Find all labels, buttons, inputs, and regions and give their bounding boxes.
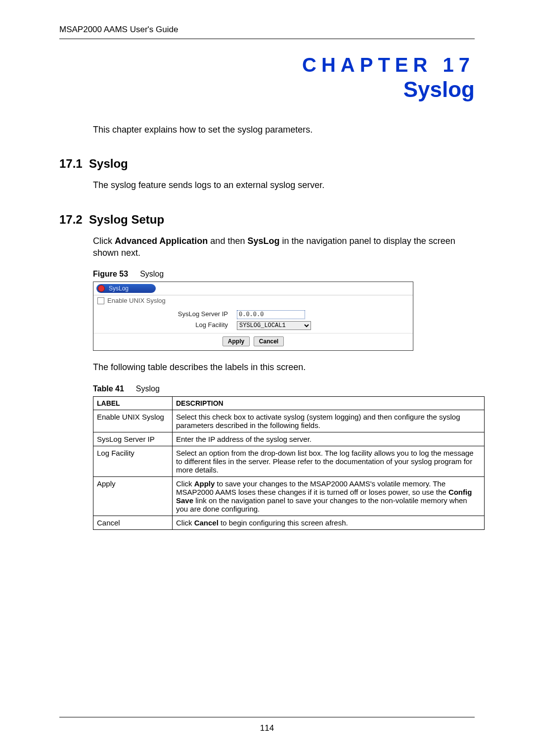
chapter-intro: This chapter explains how to set the sys…: [93, 125, 475, 135]
table-row: Log Facility Select an option from the d…: [93, 446, 485, 476]
table-cell-desc: Enter the IP address of the syslog serve…: [173, 432, 485, 446]
table-cell-label: SysLog Server IP: [93, 432, 173, 446]
table-cell-desc: Click Cancel to begin configuring this s…: [173, 516, 485, 529]
table-cell-label: Log Facility: [93, 446, 173, 476]
panel-title: SysLog: [109, 285, 129, 292]
enable-unix-syslog-label: Enable UNIX Syslog: [107, 297, 166, 304]
table-cell-label: Enable UNIX Syslog: [93, 410, 173, 432]
chapter-title: Syslog: [59, 77, 475, 102]
section-title: Syslog Setup: [89, 213, 164, 226]
table-header-row: LABEL DESCRIPTION: [93, 396, 485, 410]
table-cell-label: Cancel: [93, 516, 173, 529]
enable-unix-syslog-checkbox[interactable]: [97, 297, 104, 304]
table-cell-label: Apply: [93, 476, 173, 516]
pill-dot-icon: [98, 285, 105, 292]
syslog-server-ip-label: SysLog Server IP: [98, 310, 237, 319]
table-cell-desc: Select this check box to activate syslog…: [173, 410, 485, 432]
panel-pill: SysLog: [96, 284, 156, 293]
table-cell-desc: Click Apply to save your changes to the …: [173, 476, 485, 516]
running-header: MSAP2000 AAMS User's Guide: [59, 25, 475, 39]
table-row: SysLog Server IP Enter the IP address of…: [93, 432, 485, 446]
cancel-button[interactable]: Cancel: [254, 336, 284, 346]
section-17-1-heading: 17.1 Syslog: [59, 157, 475, 171]
figure-caption: Figure 53Syslog: [93, 270, 475, 279]
syslog-description-table: LABEL DESCRIPTION Enable UNIX Syslog Sel…: [93, 396, 485, 530]
syslog-server-ip-input[interactable]: [237, 310, 305, 319]
table-row: Cancel Click Cancel to begin configuring…: [93, 516, 485, 529]
table-row: Apply Click Apply to save your changes t…: [93, 476, 485, 516]
log-facility-label: Log Facility: [98, 321, 237, 330]
section-17-2-heading: 17.2 Syslog Setup: [59, 213, 475, 227]
panel-header: SysLog: [93, 282, 413, 295]
table-row: Enable UNIX Syslog Select this check box…: [93, 410, 485, 432]
chapter-label: CHAPTER 17: [59, 54, 475, 76]
footer-rule: [59, 717, 475, 717]
section-number: 17.2: [59, 213, 83, 226]
page-number: 114: [0, 723, 534, 733]
table-cell-desc: Select an option from the drop-down list…: [173, 446, 485, 476]
table-caption: Table 41Syslog: [93, 384, 475, 393]
log-facility-select[interactable]: SYSLOG_LOCAL1: [237, 321, 311, 330]
table-header-desc: DESCRIPTION: [173, 396, 485, 410]
table-intro: The following table describes the labels…: [93, 362, 475, 373]
section-title: Syslog: [89, 157, 128, 170]
section-17-1-body: The syslog feature sends logs to an exte…: [93, 180, 475, 191]
apply-button[interactable]: Apply: [222, 336, 250, 346]
figure-syslog-panel: SysLog Enable UNIX Syslog SysLog Server …: [93, 282, 413, 351]
table-header-label: LABEL: [93, 396, 173, 410]
section-number: 17.1: [59, 157, 83, 170]
section-17-2-body: Click Advanced Application and then SysL…: [93, 236, 475, 259]
